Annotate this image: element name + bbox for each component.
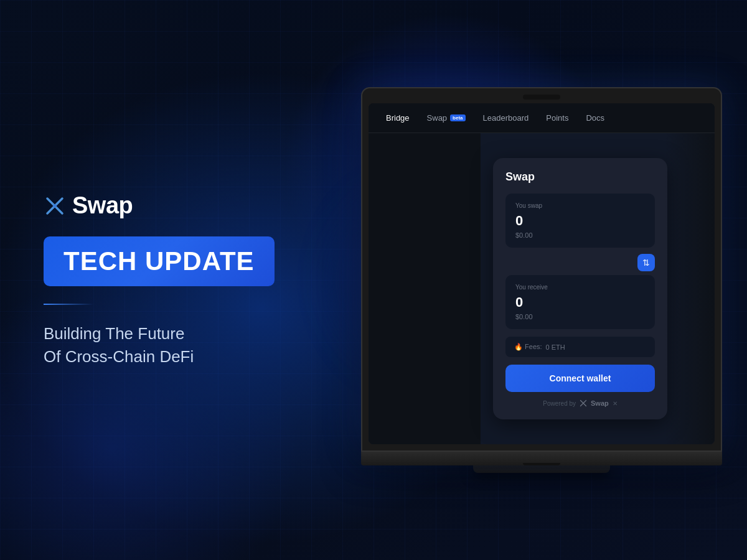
fees-bar: 🔥 Fees: 0 ETH	[505, 337, 655, 357]
you-swap-label: You swap	[515, 202, 645, 209]
laptop-base	[361, 452, 722, 465]
you-receive-field[interactable]: You receive 0 $0.00	[505, 275, 655, 329]
powered-by-brand: Swap	[591, 399, 609, 407]
brand-logo: Swap	[44, 192, 355, 219]
you-receive-label: You receive	[515, 284, 645, 291]
powered-by-x-icon	[580, 399, 587, 407]
connect-wallet-button[interactable]: Connect wallet	[505, 365, 655, 392]
beta-badge: beta	[450, 114, 465, 121]
brand-name: Swap	[72, 192, 133, 219]
nav-leaderboard[interactable]: Leaderboard	[483, 113, 529, 123]
nav-bridge[interactable]: Bridge	[386, 113, 410, 123]
laptop-screen-container: Bridge Swap beta Leaderboard Points	[361, 87, 722, 452]
app-content: Swap You swap 0 $0.00 ⇅	[369, 133, 715, 444]
main-content: Swap TECH UPDATE Building The Future Of …	[0, 0, 747, 560]
laptop-screen: Bridge Swap beta Leaderboard Points	[369, 103, 715, 444]
nav-swap[interactable]: Swap beta	[427, 113, 466, 123]
nav-docs[interactable]: Docs	[586, 113, 604, 123]
fees-label: 🔥 Fees:	[514, 343, 542, 351]
swap-arrow-container: ⇅	[505, 250, 655, 275]
divider	[44, 304, 93, 305]
swap-direction-button[interactable]: ⇅	[637, 254, 655, 271]
fees-value: 0 ETH	[546, 343, 565, 351]
you-swap-value: 0	[515, 213, 645, 229]
powered-by-label: Powered by	[543, 400, 576, 407]
right-panel: Bridge Swap beta Leaderboard Points	[355, 87, 728, 473]
laptop-stand	[473, 465, 610, 473]
screen-fade	[665, 133, 715, 444]
you-swap-field[interactable]: You swap 0 $0.00	[505, 194, 655, 248]
tech-update-badge: TECH UPDATE	[44, 236, 275, 286]
powered-by: Powered by Swap ✕	[505, 399, 655, 407]
swap-widget: Swap You swap 0 $0.00 ⇅	[493, 158, 667, 419]
app-dark-left	[369, 133, 481, 444]
left-panel: Swap TECH UPDATE Building The Future Of …	[44, 192, 355, 368]
you-swap-usd: $0.00	[515, 231, 645, 239]
app-navbar: Bridge Swap beta Leaderboard Points	[369, 103, 715, 133]
you-receive-value: 0	[515, 294, 645, 310]
powered-by-x: ✕	[613, 400, 618, 407]
tagline: Building The Future Of Cross-Chain DeFi	[44, 322, 355, 368]
tech-update-text: TECH UPDATE	[63, 246, 255, 276]
svg-point-0	[53, 204, 57, 208]
swap-widget-title: Swap	[505, 170, 655, 184]
laptop-notch	[523, 95, 560, 100]
you-receive-usd: $0.00	[515, 313, 645, 320]
x-logo-icon	[44, 195, 66, 217]
laptop-wrapper: Bridge Swap beta Leaderboard Points	[361, 87, 722, 473]
nav-points[interactable]: Points	[546, 113, 568, 123]
